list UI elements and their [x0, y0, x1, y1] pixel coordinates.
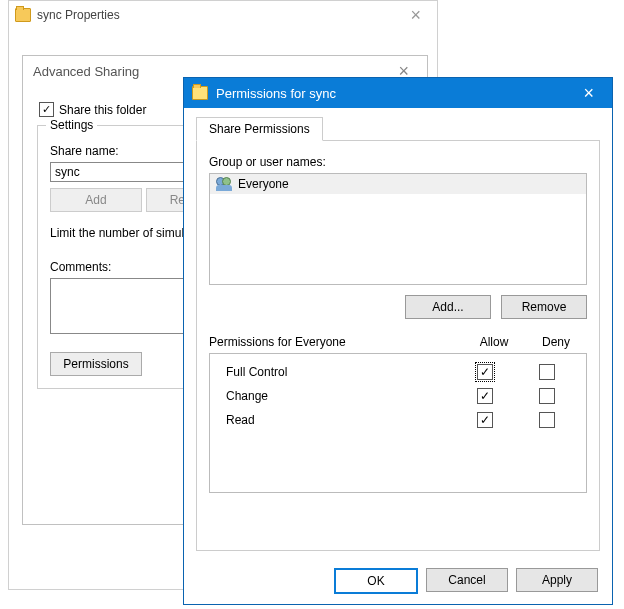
permission-name: Read	[218, 413, 454, 427]
share-permissions-panel: Group or user names: Everyone Add... Rem…	[196, 141, 600, 551]
allow-checkbox[interactable]: ✓	[477, 364, 493, 380]
allow-checkbox[interactable]: ✓	[477, 412, 493, 428]
group-user-listbox[interactable]: Everyone	[209, 173, 587, 285]
permissions-list: Full Control ✓ Change ✓ Read ✓	[209, 353, 587, 493]
permission-row: Read ✓	[218, 408, 578, 432]
ok-button[interactable]: OK	[334, 568, 418, 594]
properties-titlebar[interactable]: sync Properties ×	[9, 1, 437, 29]
list-item[interactable]: Everyone	[210, 174, 586, 194]
add-share-button[interactable]: Add	[50, 188, 142, 212]
permissions-window: Permissions for sync × Share Permissions…	[183, 77, 613, 605]
add-user-button[interactable]: Add...	[405, 295, 491, 319]
group-or-user-label: Group or user names:	[209, 155, 587, 169]
cancel-button[interactable]: Cancel	[426, 568, 508, 592]
tab-bar: Share Permissions	[196, 116, 600, 141]
close-icon[interactable]: ×	[573, 83, 604, 104]
users-icon	[216, 177, 232, 191]
checkbox-icon: ✓	[39, 102, 54, 117]
folder-icon	[192, 86, 208, 100]
list-item-label: Everyone	[238, 177, 289, 191]
permissions-titlebar[interactable]: Permissions for sync ×	[184, 78, 612, 108]
permissions-title: Permissions for sync	[216, 86, 336, 101]
permission-name: Change	[218, 389, 454, 403]
folder-icon	[15, 8, 31, 22]
properties-title: sync Properties	[37, 8, 120, 22]
settings-legend: Settings	[46, 118, 97, 132]
permission-row: Change ✓	[218, 384, 578, 408]
deny-checkbox[interactable]	[539, 388, 555, 404]
allow-column-header: Allow	[463, 335, 525, 349]
apply-button[interactable]: Apply	[516, 568, 598, 592]
permission-row: Full Control ✓	[218, 360, 578, 384]
close-icon[interactable]: ×	[400, 5, 431, 26]
permissions-for-label: Permissions for Everyone	[209, 335, 463, 349]
deny-checkbox[interactable]	[539, 412, 555, 428]
permission-name: Full Control	[218, 365, 454, 379]
tab-share-permissions[interactable]: Share Permissions	[196, 117, 323, 141]
advanced-sharing-title: Advanced Sharing	[33, 64, 139, 79]
deny-column-header: Deny	[525, 335, 587, 349]
share-this-folder-label: Share this folder	[59, 103, 146, 117]
permissions-button[interactable]: Permissions	[50, 352, 142, 376]
allow-checkbox[interactable]: ✓	[477, 388, 493, 404]
deny-checkbox[interactable]	[539, 364, 555, 380]
remove-user-button[interactable]: Remove	[501, 295, 587, 319]
